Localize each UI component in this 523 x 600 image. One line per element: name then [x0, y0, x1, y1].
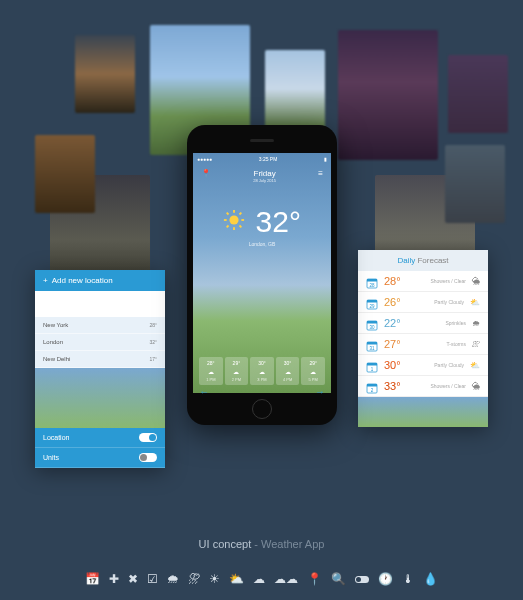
- calendar-icon: 29: [366, 296, 378, 308]
- daily-row[interactable]: 2926°Partly Cloudy⛅: [358, 292, 488, 313]
- next-arrow-icon[interactable]: →: [315, 386, 325, 397]
- svg-rect-25: [367, 384, 377, 387]
- svg-text:30: 30: [369, 325, 375, 330]
- clouds-icon: ☁☁: [274, 572, 298, 586]
- calendar-icon: 1: [366, 359, 378, 371]
- svg-rect-19: [367, 342, 377, 345]
- svg-line-6: [240, 226, 242, 228]
- bg-tile: [265, 50, 325, 128]
- bg-tile: [445, 145, 505, 223]
- location-item[interactable]: New Delhi17°: [35, 351, 165, 368]
- panel-bg: [358, 397, 488, 427]
- hourly-forecast[interactable]: 28°☁1 PM29°☁2 PM30°☁3 PM30°☁4 PM29°☁5 PM: [199, 357, 325, 385]
- svg-rect-22: [367, 363, 377, 366]
- toggle-icon: [355, 572, 369, 586]
- close-icon: ✖: [128, 572, 138, 586]
- drop-icon: 💧: [423, 572, 438, 586]
- menu-icon[interactable]: ≡: [318, 169, 323, 178]
- daily-forecast-panel: Daily Forecast 2828°Showers / Clear🌦2926…: [358, 250, 488, 427]
- storm-icon: ⛈: [188, 572, 200, 586]
- hour-card[interactable]: 29°☁2 PM: [225, 357, 249, 385]
- hour-card[interactable]: 30°☁4 PM: [276, 357, 300, 385]
- checkbox-icon: ☑: [147, 572, 158, 586]
- date-display: Friday 28 July 2015: [253, 169, 276, 183]
- svg-text:31: 31: [369, 346, 375, 351]
- location-toggle-row[interactable]: Location: [35, 428, 165, 448]
- icon-set: 📅✚✖☑🌧⛈☀⛅☁☁☁📍🔍🕐🌡💧: [0, 572, 523, 586]
- pin-icon[interactable]: 📍: [201, 169, 211, 178]
- svg-text:28: 28: [369, 283, 375, 288]
- svg-rect-16: [367, 321, 377, 324]
- daily-row[interactable]: 130°Partly Cloudy⛅: [358, 355, 488, 376]
- add-icon: ✚: [109, 572, 119, 586]
- daily-row[interactable]: 2828°Showers / Clear🌦: [358, 271, 488, 292]
- status-bar: ●●●●● 3:25 PM ▮: [193, 153, 331, 165]
- location-item[interactable]: New York28°: [35, 317, 165, 334]
- pin-icon: 📍: [307, 572, 322, 586]
- daily-row[interactable]: 3127°T-storms⛈: [358, 334, 488, 355]
- locations-panel: + Add new location New York28°London32°N…: [35, 270, 165, 468]
- weather-icon: ⛅: [470, 298, 480, 307]
- phone-screen: ●●●●● 3:25 PM ▮ 📍 Friday 28 July 2015 ≡ …: [193, 153, 331, 393]
- thermometer-icon: 🌡: [402, 572, 414, 586]
- svg-line-5: [227, 213, 229, 215]
- weather-icon: 🌧: [472, 319, 480, 328]
- sun-icon: [223, 209, 245, 235]
- weather-icon: 🌦: [472, 382, 480, 391]
- city-label: London, GB: [193, 241, 331, 247]
- add-location-button[interactable]: + Add new location: [35, 270, 165, 291]
- sun-icon: ☀: [209, 572, 220, 586]
- prev-arrow-icon[interactable]: ←: [199, 386, 209, 397]
- cloud-icon: ☁: [253, 572, 265, 586]
- calendar-icon: 30: [366, 317, 378, 329]
- plus-icon: +: [43, 276, 48, 285]
- weather-icon: 🌦: [472, 277, 480, 286]
- daily-row[interactable]: 233°Showers / Clear🌦: [358, 376, 488, 397]
- svg-line-7: [227, 226, 229, 228]
- bg-tile: [448, 55, 508, 133]
- svg-line-8: [240, 213, 242, 215]
- toggle-icon[interactable]: [139, 433, 157, 442]
- search-icon: 🔍: [331, 572, 346, 586]
- location-search-input[interactable]: [39, 302, 161, 312]
- panel-bg: [35, 368, 165, 428]
- clock-icon: 🕐: [378, 572, 393, 586]
- calendar-icon: 28: [366, 275, 378, 287]
- hour-card[interactable]: 28°☁1 PM: [199, 357, 223, 385]
- concept-title: UI concept - Weather App: [0, 538, 523, 550]
- current-weather: 32° London, GB: [193, 205, 331, 247]
- svg-text:29: 29: [369, 304, 375, 309]
- daily-title: Daily Forecast: [358, 250, 488, 271]
- calendar-icon: 📅: [85, 572, 100, 586]
- hour-card[interactable]: 30°☁3 PM: [250, 357, 274, 385]
- phone-mockup: ●●●●● 3:25 PM ▮ 📍 Friday 28 July 2015 ≡ …: [187, 125, 337, 425]
- calendar-icon: 31: [366, 338, 378, 350]
- temperature-value: 32°: [256, 205, 301, 238]
- bg-tile: [35, 135, 95, 213]
- svg-text:2: 2: [371, 388, 374, 393]
- calendar-icon: 2: [366, 380, 378, 392]
- hour-card[interactable]: 29°☁5 PM: [301, 357, 325, 385]
- rain-cloud-icon: 🌧: [167, 572, 179, 586]
- location-item[interactable]: London32°: [35, 334, 165, 351]
- svg-text:1: 1: [371, 367, 374, 372]
- weather-icon: ⛈: [472, 340, 480, 349]
- weather-icon: ⛅: [470, 361, 480, 370]
- home-button[interactable]: [252, 399, 272, 419]
- bg-tile: [75, 35, 135, 113]
- svg-point-0: [229, 215, 238, 224]
- partly-cloudy-icon: ⛅: [229, 572, 244, 586]
- daily-row[interactable]: 3022°Sprinkles🌧: [358, 313, 488, 334]
- svg-rect-13: [367, 300, 377, 303]
- bg-tile: [338, 30, 438, 160]
- toggle-icon[interactable]: [139, 453, 157, 462]
- svg-rect-10: [367, 279, 377, 282]
- units-toggle-row[interactable]: Units: [35, 448, 165, 468]
